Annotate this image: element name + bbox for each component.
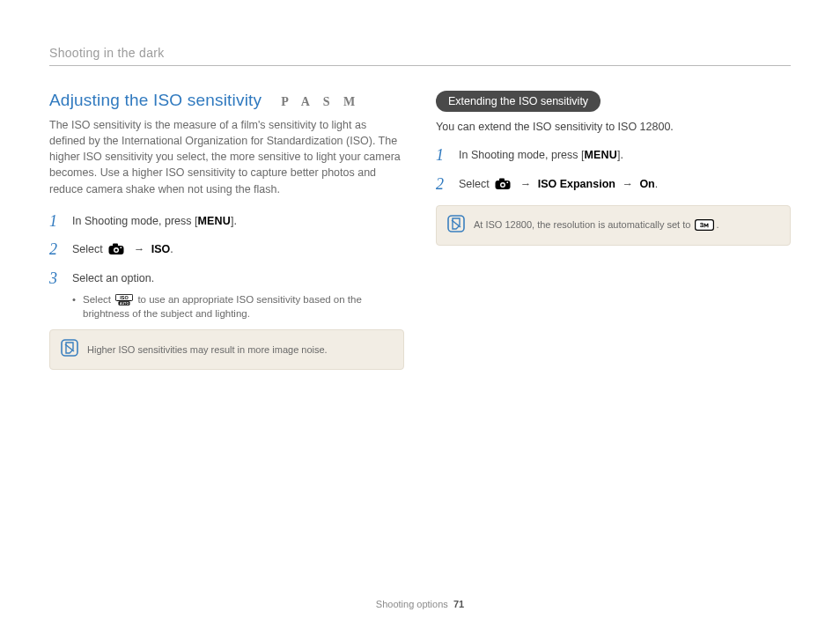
footer-section: Shooting options [376,599,448,609]
section-title: Adjusting the ISO sensitivity [49,91,262,110]
section-title-row: Adjusting the ISO sensitivity P A S M [49,91,404,110]
text-fragment: At ISO 12800, the resolution is automati… [474,219,693,230]
menu-button-label: MENU [584,149,617,161]
page: Shooting in the dark Adjusting the ISO s… [0,0,840,634]
step-text: In Shooting mode, press [MENU]. [72,213,237,230]
right-intro: You can extend the ISO sensitivity to IS… [436,121,791,133]
iso-auto-icon: ISOAUTO [115,294,133,306]
subsection-pill: Extending the ISO sensitivity [436,91,601,112]
step-number: 2 [49,241,62,258]
step-text: Select an option. [72,270,154,287]
arrow-right-icon: → [520,176,532,193]
arrow-right-icon: → [134,241,145,258]
sub-bullet: • Select ISOAUTO to use an appropriate I… [72,292,404,321]
step-text-fragment: Select [459,178,492,190]
svg-text:3ᴍ: 3ᴍ [700,221,709,229]
two-column-layout: Adjusting the ISO sensitivity P A S M Th… [49,91,791,590]
note-box-left: Higher ISO sensitivities may result in m… [49,329,404,370]
step-text-fragment: ]. [231,215,237,227]
note-text: Higher ISO sensitivities may result in m… [87,344,328,355]
step-2: 2 Select → ISO Expansion → On. [436,176,791,193]
note-box-right: At ISO 12800, the resolution is automati… [436,205,791,246]
text-fragment: Select [83,294,114,305]
left-column: Adjusting the ISO sensitivity P A S M Th… [49,91,404,590]
note-text: At ISO 12800, the resolution is automati… [474,219,719,231]
svg-rect-1 [113,244,118,247]
note-icon [61,339,78,360]
sub-bullet-text: Select ISOAUTO to use an appropriate ISO… [83,292,404,321]
svg-point-14 [507,181,509,183]
step-text: In Shooting mode, press [MENU]. [459,147,623,164]
page-number: 71 [453,599,464,609]
svg-point-3 [115,249,118,252]
iso-expansion-label: ISO Expansion [538,178,615,190]
step-text-fragment: In Shooting mode, press [ [72,215,197,227]
step-2: 2 Select → ISO. [49,241,404,258]
bullet-dot: • [72,292,76,321]
step-number: 1 [436,147,448,164]
step-3: 3 Select an option. [49,270,404,287]
arrow-right-icon: → [622,176,633,193]
menu-button-label: MENU [197,215,231,227]
camera-icon [108,243,124,255]
step-text-fragment: ]. [617,149,623,161]
step-text: Select → ISO Expansion → On. [459,176,658,193]
right-column: Extending the ISO sensitivity You can ex… [436,91,791,590]
step-number: 1 [49,213,62,230]
mode-indicators: P A S M [281,95,360,109]
svg-point-13 [502,183,505,186]
on-label: On [639,178,654,190]
camera-icon [495,178,511,190]
svg-text:AUTO: AUTO [120,302,129,306]
step-text-fragment: In Shooting mode, press [ [459,149,584,161]
svg-rect-11 [499,178,505,181]
step-1: 1 In Shooting mode, press [MENU]. [436,147,791,164]
step-text: Select → ISO. [72,241,173,258]
step-number: 2 [436,176,448,193]
steps-list-right: 1 In Shooting mode, press [MENU]. 2 Sele… [436,147,791,193]
step-1: 1 In Shooting mode, press [MENU]. [49,213,404,230]
step-text-fragment: . [170,243,173,255]
step-text-fragment: . [655,178,658,190]
text-fragment: . [716,219,718,230]
note-icon [447,215,465,236]
svg-point-4 [121,247,122,249]
resolution-3m-icon: 3ᴍ [695,219,714,231]
steps-list-left: 1 In Shooting mode, press [MENU]. 2 Sele… [49,213,404,287]
page-footer: Shooting options 71 [49,590,791,609]
iso-label: ISO [151,243,171,255]
svg-text:ISO: ISO [120,295,129,300]
step-number: 3 [49,270,62,287]
step-text-fragment: Select [72,243,106,255]
intro-paragraph: The ISO sensitivity is the measure of a … [49,117,404,197]
header-breadcrumb: Shooting in the dark [49,46,791,66]
